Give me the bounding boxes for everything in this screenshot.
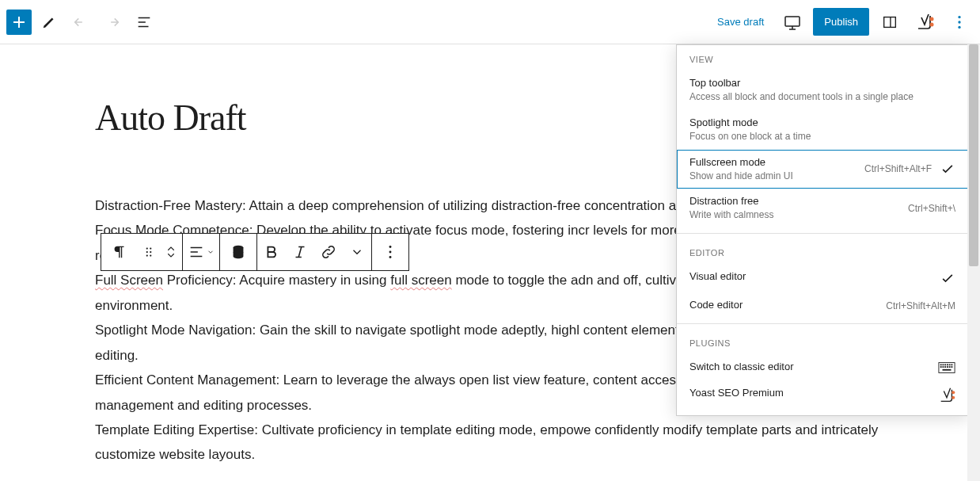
options-menu-button[interactable] (945, 8, 974, 36)
svg-point-14 (389, 246, 392, 248)
block-options-button[interactable] (372, 234, 408, 270)
kebab-icon (382, 243, 399, 261)
menu-heading-editor: EDITOR (677, 239, 968, 264)
undo-button[interactable] (66, 8, 95, 36)
align-icon (188, 243, 205, 261)
svg-rect-28 (949, 366, 951, 368)
menu-item-shortcut: Ctrl+Shift+\ (908, 203, 955, 214)
menu-heading-plugins: PLUGINS (677, 329, 968, 354)
drag-icon (142, 245, 156, 259)
paragraph[interactable]: Template Editing Expertise: Cultivate pr… (95, 418, 885, 468)
svg-rect-19 (943, 364, 944, 365)
svg-rect-18 (940, 364, 942, 365)
svg-point-7 (146, 247, 148, 249)
svg-rect-25 (943, 366, 944, 368)
yoast-button[interactable] (910, 8, 939, 36)
menu-item-distraction-free[interactable]: Distraction free Write with calmness Ctr… (677, 189, 968, 228)
menu-item-desc: Access all block and document tools in a… (689, 90, 955, 104)
block-toolbar (101, 233, 409, 271)
paragraph-icon (111, 243, 128, 261)
scrollbar-thumb[interactable] (969, 44, 978, 266)
svg-rect-27 (947, 366, 948, 368)
preview-button[interactable] (778, 8, 807, 36)
menu-item-desc: Focus on one block at a time (689, 130, 955, 143)
menu-item-title: Code editor (689, 299, 878, 311)
italic-icon (291, 243, 309, 261)
redo-button[interactable] (98, 8, 127, 36)
edit-mode-button[interactable] (35, 8, 63, 36)
svg-point-31 (952, 391, 955, 395)
publish-button[interactable]: Publish (813, 8, 869, 36)
save-draft-button[interactable]: Save draft (709, 16, 772, 28)
menu-item-shortcut: Ctrl+Shift+Alt+M (886, 300, 955, 311)
yoast-icon (915, 13, 934, 32)
svg-point-32 (952, 396, 955, 399)
block-type-button[interactable] (101, 234, 138, 270)
chevron-down-icon (207, 248, 215, 256)
drag-handle[interactable] (138, 234, 160, 270)
menu-heading-view: VIEW (677, 45, 968, 71)
svg-rect-23 (952, 364, 953, 365)
menu-item-fullscreen-mode[interactable]: Fullscreen mode Show and hide admin UI C… (677, 150, 968, 189)
chevron-down-icon (350, 245, 364, 259)
vertical-scrollbar[interactable] (967, 44, 980, 481)
menu-item-classic-editor[interactable]: Switch to classic editor (677, 354, 968, 380)
menu-item-desc: Write with calmness (689, 208, 900, 222)
menu-item-code-editor[interactable]: Code editor Ctrl+Shift+Alt+M (677, 292, 968, 319)
svg-rect-26 (944, 366, 946, 368)
menu-item-shortcut: Ctrl+Shift+Alt+F (864, 163, 932, 174)
svg-point-8 (150, 247, 151, 249)
sidebar-icon (881, 13, 898, 31)
menu-divider (677, 323, 968, 324)
link-icon (320, 243, 337, 261)
svg-rect-20 (944, 364, 946, 365)
menu-item-yoast-premium[interactable]: Yoast SEO Premium (677, 380, 968, 410)
sidebar-toggle-button[interactable] (876, 8, 904, 36)
menu-item-top-toolbar[interactable]: Top toolbar Access all block and documen… (677, 71, 968, 110)
undo-icon (72, 13, 89, 31)
keyboard-icon (938, 361, 955, 374)
link-button[interactable] (314, 234, 343, 270)
bold-button[interactable] (257, 234, 286, 270)
menu-item-desc: Show and hide admin UI (689, 170, 857, 183)
svg-rect-21 (947, 364, 948, 365)
italic-button[interactable] (286, 234, 314, 270)
check-icon (940, 161, 955, 177)
menu-item-title: Visual editor (689, 270, 932, 282)
toolbar-left-group (6, 8, 158, 36)
menu-item-title: Distraction free (689, 195, 900, 207)
plus-icon (9, 13, 28, 32)
options-dropdown: VIEW Top toolbar Access all block and do… (676, 44, 969, 416)
editor-top-toolbar: Save draft Publish (0, 0, 980, 44)
bold-icon (263, 243, 280, 261)
add-block-button[interactable] (6, 10, 32, 35)
svg-rect-29 (952, 366, 953, 368)
svg-point-15 (389, 251, 392, 254)
document-overview-button[interactable] (130, 8, 158, 36)
redo-icon (104, 13, 121, 31)
move-controls[interactable] (160, 234, 182, 270)
svg-point-9 (146, 251, 148, 253)
svg-point-10 (150, 251, 151, 253)
menu-divider (677, 233, 968, 234)
repeater-button[interactable] (220, 234, 256, 270)
svg-rect-1 (884, 17, 896, 27)
svg-point-2 (930, 17, 934, 21)
menu-item-title: Top toolbar (689, 77, 955, 89)
menu-item-title: Switch to classic editor (689, 361, 930, 372)
desktop-icon (783, 13, 802, 32)
list-view-icon (135, 13, 153, 31)
database-icon (230, 243, 247, 261)
svg-point-3 (930, 22, 934, 26)
menu-item-spotlight-mode[interactable]: Spotlight mode Focus on one block at a t… (677, 110, 968, 150)
menu-item-visual-editor[interactable]: Visual editor (677, 264, 968, 292)
svg-point-12 (150, 254, 151, 256)
chevron-up-down-icon (164, 243, 178, 261)
svg-point-11 (146, 254, 148, 256)
svg-point-6 (958, 25, 960, 28)
svg-rect-30 (943, 369, 952, 371)
menu-item-title: Fullscreen mode (689, 156, 857, 168)
more-richtext-button[interactable] (343, 234, 371, 270)
svg-point-5 (958, 21, 960, 23)
align-button[interactable] (183, 234, 219, 270)
